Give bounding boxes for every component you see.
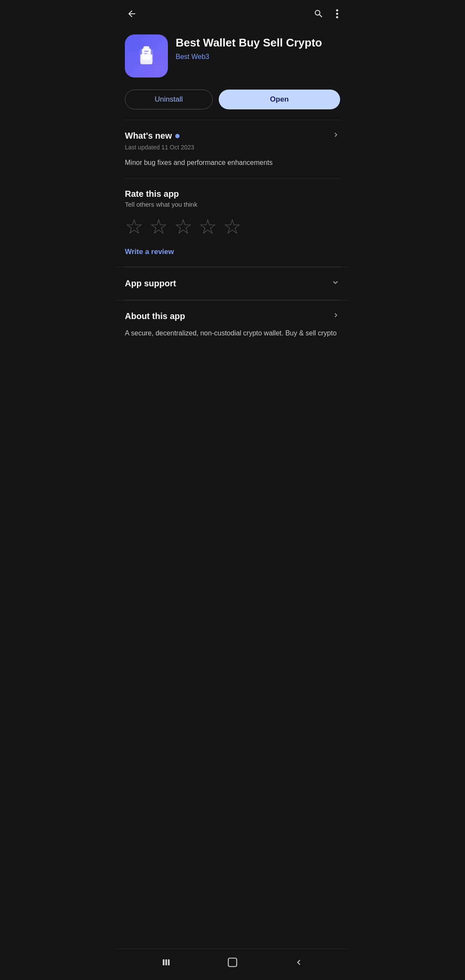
app-info: Best Wallet Buy Sell Crypto Best Web3 (176, 34, 340, 61)
whats-new-title-row: What's new (125, 131, 180, 141)
recent-apps-button[interactable] (161, 957, 171, 968)
top-bar (116, 0, 349, 28)
rate-title: Rate this app (125, 189, 340, 199)
about-header: About this app (125, 311, 340, 321)
whats-new-description: Minor bug fixes and performance enhancem… (125, 158, 340, 168)
bottom-nav (116, 949, 349, 980)
star-3[interactable]: ☆ (174, 217, 192, 237)
rate-section: Rate this app Tell others what you think… (116, 179, 349, 267)
svg-rect-9 (168, 959, 170, 965)
open-button[interactable]: Open (219, 90, 340, 109)
app-title: Best Wallet Buy Sell Crypto (176, 36, 340, 50)
about-arrow-icon[interactable] (332, 311, 340, 321)
search-button[interactable] (312, 7, 326, 21)
star-2[interactable]: ☆ (149, 217, 168, 237)
action-buttons: Uninstall Open (116, 86, 349, 120)
about-title: About this app (125, 311, 185, 321)
app-support-section[interactable]: App support (116, 267, 349, 300)
more-options-button[interactable] (334, 7, 340, 21)
back-nav-button[interactable] (294, 957, 304, 968)
svg-rect-7 (163, 959, 164, 965)
svg-point-0 (336, 9, 338, 12)
svg-point-2 (336, 16, 338, 19)
top-bar-actions (312, 7, 340, 21)
svg-rect-10 (228, 958, 237, 967)
about-section: About this app A secure, decentralized, … (116, 300, 349, 349)
whats-new-title: What's new (125, 131, 172, 141)
svg-point-1 (336, 13, 338, 15)
whats-new-arrow-icon[interactable] (332, 130, 340, 141)
uninstall-button[interactable]: Uninstall (125, 90, 213, 109)
support-chevron-icon (331, 278, 340, 289)
stars-row: ☆ ☆ ☆ ☆ ☆ (125, 217, 340, 237)
whats-new-header: What's new (125, 130, 340, 141)
about-description: A secure, decentralized, non-custodial c… (125, 328, 340, 338)
app-icon (125, 34, 168, 78)
rate-subtitle: Tell others what you think (125, 201, 340, 208)
svg-rect-5 (144, 51, 149, 52)
star-1[interactable]: ☆ (125, 217, 143, 237)
star-5[interactable]: ☆ (223, 217, 242, 237)
write-review-button[interactable]: Write a review (125, 248, 174, 256)
new-indicator-dot (175, 134, 180, 138)
star-4[interactable]: ☆ (198, 217, 217, 237)
whats-new-date: Last updated 11 Oct 2023 (125, 144, 340, 151)
whats-new-section: What's new Last updated 11 Oct 2023 Mino… (116, 120, 349, 178)
app-developer: Best Web3 (176, 53, 340, 61)
bottom-spacer (116, 349, 349, 388)
svg-rect-8 (165, 959, 167, 965)
support-title: App support (125, 279, 176, 288)
svg-rect-6 (144, 53, 147, 54)
app-header: Best Wallet Buy Sell Crypto Best Web3 (116, 28, 349, 86)
home-button[interactable] (227, 957, 238, 968)
back-button[interactable] (125, 7, 139, 21)
